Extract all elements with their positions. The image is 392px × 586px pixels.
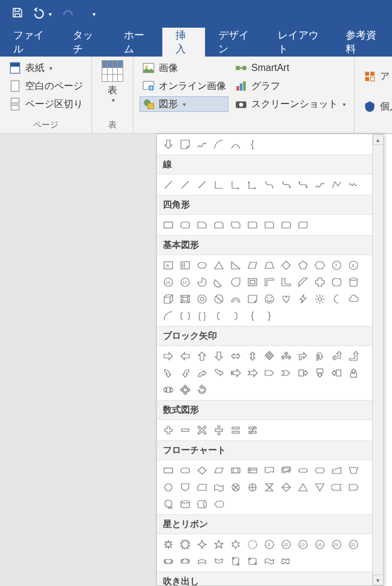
screenshot-button[interactable]: スクリーンショット▾ <box>232 96 348 112</box>
shape-snip-same-side[interactable] <box>211 217 227 233</box>
shape-decagon[interactable]: 10 <box>161 274 176 290</box>
shape-curved-arrow[interactable] <box>278 177 294 193</box>
shape-cross[interactable] <box>312 274 328 290</box>
undo-button[interactable]: ▾ <box>32 4 53 24</box>
shape-dodecagon[interactable]: 12 <box>177 274 193 290</box>
shape-no-symbol[interactable] <box>211 291 227 307</box>
shape-arrow-pentagon[interactable] <box>262 365 277 381</box>
shape-arrow-curved-up[interactable] <box>194 365 210 381</box>
shape-double-bracket[interactable] <box>177 308 193 324</box>
save-button[interactable] <box>7 4 28 24</box>
shape-snip-single-corner[interactable] <box>194 217 210 233</box>
shape-freeform-scribble[interactable] <box>346 177 361 193</box>
shape-round-diagonal[interactable] <box>295 217 311 233</box>
shape-elbow-double-arrow[interactable] <box>245 177 260 193</box>
shape-ribbon-up[interactable] <box>161 554 176 569</box>
tab-insert[interactable]: 挿入 <box>162 28 206 57</box>
shape-flow-preparation[interactable] <box>312 463 328 478</box>
shape-star-10[interactable]: 10 <box>278 537 294 552</box>
addins-button[interactable]: アド <box>361 69 392 84</box>
shapes-gallery-list[interactable]: { 線 四角形 <box>157 134 372 585</box>
shape-triangle[interactable] <box>211 258 227 273</box>
shape-chord[interactable] <box>211 274 227 290</box>
shape-flow-sort[interactable] <box>278 480 294 495</box>
picture-button[interactable]: 画像 <box>139 60 228 76</box>
shape-arrow-left[interactable] <box>177 348 193 364</box>
shapes-button[interactable]: 図形▾ <box>139 96 228 112</box>
shape-arrow-up[interactable] <box>194 348 210 364</box>
shape-rounded-rectangle[interactable] <box>177 217 193 233</box>
shape-flow-direct-access[interactable] <box>194 496 210 512</box>
shape-plus[interactable] <box>161 422 176 438</box>
shape-frame[interactable] <box>245 274 260 290</box>
shape-scroll-horizontal[interactable] <box>245 554 260 569</box>
shape-round-single-corner[interactable] <box>262 217 277 233</box>
shape-oval[interactable] <box>194 258 210 273</box>
shape-arrow-bent-up[interactable] <box>346 348 361 364</box>
shape-star-32[interactable]: 32 <box>346 537 361 552</box>
shape-arrow-left-callout[interactable] <box>329 365 345 381</box>
chart-button[interactable]: グラフ <box>232 78 348 94</box>
shape-right-triangle[interactable] <box>228 258 243 273</box>
shape-sun[interactable] <box>312 291 328 307</box>
shape-freeform-curve[interactable] <box>312 177 328 193</box>
shape-arrow-up-down[interactable] <box>245 348 260 364</box>
shape-flow-data[interactable] <box>211 463 227 478</box>
shape-flow-terminator[interactable] <box>295 463 311 478</box>
shape-elbow-arrow[interactable] <box>228 177 243 193</box>
shape-star-8[interactable]: 8 <box>262 537 277 552</box>
shape-arc-2[interactable] <box>161 308 176 324</box>
shape-flow-offpage[interactable] <box>177 480 193 495</box>
shape-snip-round-single[interactable] <box>245 217 260 233</box>
shape-flow-punched-tape[interactable] <box>211 480 227 495</box>
shape-multiply[interactable] <box>194 422 210 438</box>
qat-dropdown-icon[interactable]: ▾ <box>93 11 96 17</box>
shape-smiley-face[interactable] <box>262 291 277 307</box>
shape-curved-connector[interactable] <box>262 177 277 193</box>
shape-arrow-uturn[interactable] <box>312 348 328 364</box>
shape-double-brace[interactable]: { } <box>194 308 210 324</box>
shape-line[interactable] <box>161 177 176 193</box>
scroll-down-button[interactable]: ▾ <box>373 575 384 585</box>
shape-flow-manual-operation[interactable] <box>346 463 361 478</box>
shape-arrow-bent[interactable] <box>295 348 311 364</box>
shape-line-double-arrow[interactable] <box>194 177 210 193</box>
tab-references[interactable]: 参考資料 <box>332 28 392 57</box>
shape-donut[interactable] <box>194 291 210 307</box>
shape-freeform-polygon[interactable] <box>329 177 345 193</box>
shape-flow-alternate[interactable] <box>177 463 193 478</box>
shape-arrow-left-right-up[interactable] <box>278 348 294 364</box>
shape-cloud[interactable] <box>346 291 361 307</box>
shape-flow-multidocument[interactable] <box>278 463 294 478</box>
shape-explosion-1[interactable] <box>161 537 176 552</box>
shape-minus[interactable] <box>177 422 193 438</box>
shape-arrow-curved-right[interactable] <box>161 365 176 381</box>
shape-star-6[interactable] <box>228 537 243 552</box>
tab-home[interactable]: ホーム <box>111 28 162 57</box>
shape-arc[interactable] <box>211 137 227 152</box>
shape-arrow-quad-callout[interactable] <box>177 382 193 398</box>
shape-curved-double-arrow[interactable] <box>295 177 311 193</box>
shape-star-7[interactable] <box>245 537 260 552</box>
shape-diamond[interactable] <box>278 258 294 273</box>
shape-curve[interactable] <box>228 137 243 152</box>
shape-moon[interactable] <box>329 291 345 307</box>
shape-round-same-side[interactable] <box>278 217 294 233</box>
shape-arrow-left-right[interactable] <box>228 348 243 364</box>
shape-star-24[interactable]: 24 <box>329 537 345 552</box>
shape-flow-stored-data[interactable] <box>329 480 345 495</box>
shape-down-arrow[interactable] <box>161 137 176 152</box>
shape-star-4[interactable] <box>194 537 210 552</box>
page-break-button[interactable]: ページ区切り <box>6 96 85 112</box>
redo-button[interactable] <box>58 4 78 24</box>
shape-text-box-vertical[interactable] <box>177 258 193 273</box>
shape-diagonal-stripe[interactable] <box>295 274 311 290</box>
shape-parallelogram[interactable] <box>245 258 260 273</box>
shape-half-frame[interactable] <box>262 274 277 290</box>
shape-snip-diagonal[interactable] <box>228 217 243 233</box>
tab-touch[interactable]: タッチ <box>60 28 111 57</box>
shape-ribbon-curved-down[interactable] <box>211 554 227 569</box>
shape-star-12[interactable]: 12 <box>295 537 311 552</box>
shape-octagon[interactable]: 8 <box>346 258 361 273</box>
shape-arrow-curved-down[interactable] <box>211 365 227 381</box>
